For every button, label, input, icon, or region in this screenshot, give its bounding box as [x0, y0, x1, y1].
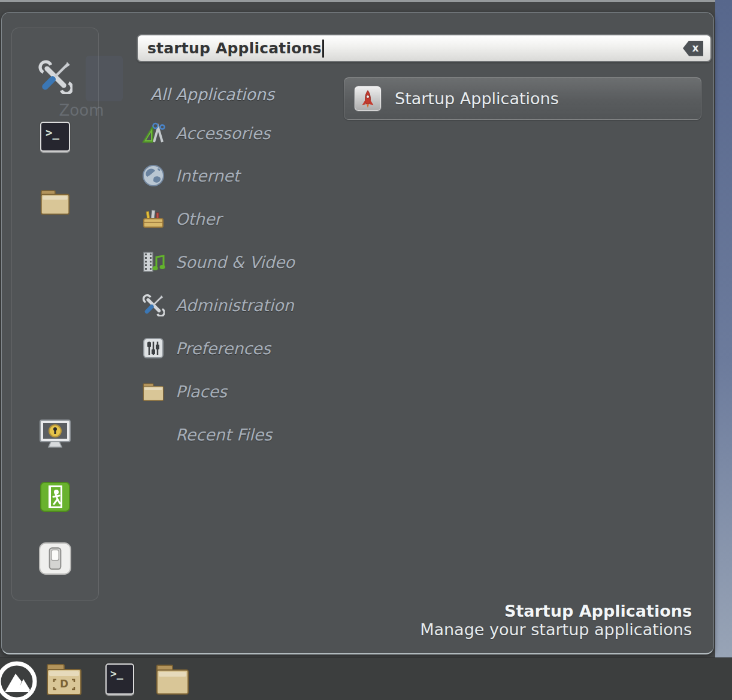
- category-accessories[interactable]: Accessories: [140, 111, 270, 155]
- desktop-folder-icon: D: [44, 661, 84, 697]
- status-subtitle: Manage your startup applications: [420, 620, 692, 639]
- show-desktop-button[interactable]: D: [44, 661, 84, 697]
- files-launcher[interactable]: [153, 661, 192, 696]
- category-other[interactable]: Other: [140, 197, 222, 240]
- status-title: Startup Applications: [420, 602, 692, 620]
- svg-text:D: D: [60, 678, 68, 690]
- lock-screen-icon: [38, 418, 72, 451]
- category-recent-files[interactable]: Recent Files: [140, 413, 272, 456]
- category-internet[interactable]: Internet: [140, 154, 240, 197]
- result-label: Startup Applications: [395, 89, 559, 108]
- selection-status: Startup Applications Manage your startup…: [420, 602, 692, 639]
- menu-button[interactable]: [0, 659, 39, 700]
- accessories-icon: [140, 122, 167, 144]
- category-sound-video[interactable]: Sound & Video: [140, 240, 295, 283]
- terminal-launcher[interactable]: >_: [104, 662, 135, 696]
- startup-applications-icon: [354, 86, 382, 111]
- category-preferences[interactable]: Preferences: [140, 327, 271, 370]
- search-input[interactable]: startup Applications x: [137, 34, 712, 62]
- toolbox-icon: [140, 207, 167, 231]
- main-menu-window: Zoom >_: [1, 12, 714, 654]
- result-startup-applications[interactable]: Startup Applications: [344, 77, 701, 120]
- places-folder-icon: [140, 381, 167, 402]
- category-administration[interactable]: Administration: [140, 283, 294, 327]
- sidebar-item-file-manager[interactable]: [12, 186, 98, 216]
- sidebar-item-lock-screen[interactable]: [12, 418, 98, 451]
- search-input-value: startup Applications: [147, 40, 322, 57]
- logout-icon: [40, 481, 71, 512]
- menu-logo-mountain-icon: [0, 659, 39, 700]
- desktop: { "menu": { "name": "mint-menu" }, "sear…: [0, 0, 732, 700]
- sidebar-item-terminal[interactable]: >_: [12, 122, 98, 152]
- favorites-sidebar: >_: [11, 28, 99, 601]
- terminal-icon: >_: [40, 122, 70, 152]
- category-places[interactable]: Places: [140, 370, 227, 413]
- terminal-icon: >_: [105, 663, 134, 695]
- sidebar-item-shutdown[interactable]: [12, 541, 98, 576]
- shutdown-switch-icon: [38, 541, 72, 576]
- internet-globe-icon: [140, 164, 167, 188]
- text-caret: [322, 40, 324, 58]
- system-tools-icon: [38, 59, 72, 94]
- clear-search-icon[interactable]: x: [683, 41, 703, 56]
- folder-icon: [154, 662, 191, 695]
- desktop-wallpaper-strip: [715, 0, 732, 657]
- sliders-icon: [140, 337, 167, 360]
- filmstrip-note-icon: [140, 250, 167, 274]
- category-all-applications[interactable]: All Applications: [150, 73, 274, 116]
- desktop-top-edge: [0, 0, 732, 2]
- sidebar-item-system-tools[interactable]: [12, 59, 98, 94]
- folder-icon: [38, 186, 72, 216]
- sidebar-item-logout[interactable]: [12, 481, 98, 512]
- admin-tools-icon: [140, 294, 167, 316]
